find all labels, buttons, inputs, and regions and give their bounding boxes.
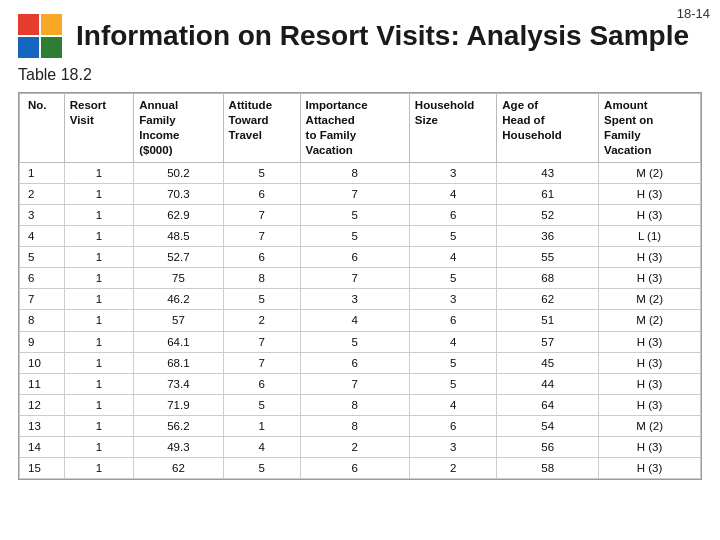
table-cell: 68 — [497, 268, 599, 289]
table-cell: 54 — [497, 415, 599, 436]
table-cell: 8 — [300, 162, 409, 183]
table-cell: 7 — [20, 289, 65, 310]
table-cell: 6 — [409, 204, 496, 225]
table-cell: 71.9 — [134, 394, 223, 415]
table-cell: 75 — [134, 268, 223, 289]
table-cell: 1 — [64, 247, 134, 268]
col-header-amount: AmountSpent onFamilyVacation — [599, 94, 701, 163]
table-cell: 12 — [20, 394, 65, 415]
table-cell: 1 — [64, 162, 134, 183]
table-cell: 9 — [20, 331, 65, 352]
table-cell: H (3) — [599, 458, 701, 479]
table-row: 617587568H (3) — [20, 268, 701, 289]
table-cell: 14 — [20, 436, 65, 457]
col-header-age: Age ofHead ofHousehold — [497, 94, 599, 163]
table-cell: 7 — [300, 183, 409, 204]
table-cell: 5 — [20, 247, 65, 268]
table-cell: 8 — [20, 310, 65, 331]
table-cell: 56 — [497, 436, 599, 457]
table-row: 12171.958464H (3) — [20, 394, 701, 415]
table-cell: 1 — [223, 415, 300, 436]
table-cell: 68.1 — [134, 352, 223, 373]
table-cell: 7 — [223, 331, 300, 352]
table-cell: 4 — [409, 183, 496, 204]
table-row: 14149.342356H (3) — [20, 436, 701, 457]
page-title: Information on Resort Visits: Analysis S… — [76, 21, 689, 52]
table-row: 815724651M (2) — [20, 310, 701, 331]
table-row: 10168.176545H (3) — [20, 352, 701, 373]
table-cell: 1 — [64, 268, 134, 289]
page-number: 18-14 — [677, 6, 710, 21]
table-cell: M (2) — [599, 289, 701, 310]
table-cell: 7 — [300, 268, 409, 289]
table-row: 1516256258H (3) — [20, 458, 701, 479]
table-cell: M (2) — [599, 162, 701, 183]
table-cell: 55 — [497, 247, 599, 268]
table-cell: 6 — [300, 247, 409, 268]
table-row: 3162.975652H (3) — [20, 204, 701, 225]
table-cell: 5 — [409, 352, 496, 373]
table-cell: 1 — [20, 162, 65, 183]
col-header-resort: ResortVisit — [64, 94, 134, 163]
table-cell: H (3) — [599, 352, 701, 373]
table-cell: 1 — [64, 352, 134, 373]
table-cell: 57 — [497, 331, 599, 352]
table-cell: 64.1 — [134, 331, 223, 352]
table-cell: L (1) — [599, 226, 701, 247]
table-cell: 1 — [64, 183, 134, 204]
col-header-no: No. — [20, 94, 65, 163]
table-cell: 62 — [497, 289, 599, 310]
table-cell: 4 — [300, 310, 409, 331]
svg-rect-1 — [41, 14, 62, 35]
col-header-importance: ImportanceAttachedto FamilyVacation — [300, 94, 409, 163]
table-cell: 48.5 — [134, 226, 223, 247]
table-cell: 36 — [497, 226, 599, 247]
table-cell: M (2) — [599, 310, 701, 331]
table-cell: 6 — [300, 352, 409, 373]
table-cell: 7 — [223, 352, 300, 373]
table-cell: 13 — [20, 415, 65, 436]
table-cell: 50.2 — [134, 162, 223, 183]
table-cell: 6 — [300, 458, 409, 479]
table-cell: 5 — [409, 226, 496, 247]
table-cell: 6 — [20, 268, 65, 289]
table-cell: 5 — [223, 162, 300, 183]
table-cell: 5 — [300, 204, 409, 225]
table-row: 13156.218654M (2) — [20, 415, 701, 436]
table-cell: 46.2 — [134, 289, 223, 310]
table-cell: H (3) — [599, 204, 701, 225]
table-cell: 4 — [20, 226, 65, 247]
table-cell: 5 — [300, 226, 409, 247]
table-row: 5152.766455H (3) — [20, 247, 701, 268]
table-cell: 6 — [223, 373, 300, 394]
col-header-household: HouseholdSize — [409, 94, 496, 163]
table-row: 11173.467544H (3) — [20, 373, 701, 394]
table-cell: 2 — [20, 183, 65, 204]
table-cell: 5 — [223, 289, 300, 310]
table-cell: 8 — [300, 415, 409, 436]
table-row: 1150.258343M (2) — [20, 162, 701, 183]
table-cell: 4 — [409, 394, 496, 415]
table-cell: 6 — [409, 415, 496, 436]
table-row: 9164.175457H (3) — [20, 331, 701, 352]
table-cell: 15 — [20, 458, 65, 479]
table-cell: 6 — [223, 247, 300, 268]
table-cell: 73.4 — [134, 373, 223, 394]
table-cell: 1 — [64, 289, 134, 310]
table-cell: 45 — [497, 352, 599, 373]
table-cell: 70.3 — [134, 183, 223, 204]
table-cell: H (3) — [599, 436, 701, 457]
table-row: 7146.253362M (2) — [20, 289, 701, 310]
table-cell: 1 — [64, 331, 134, 352]
col-header-attitude: AttitudeTowardTravel — [223, 94, 300, 163]
table-cell: 3 — [20, 204, 65, 225]
table-cell: 8 — [300, 394, 409, 415]
table-subtitle: Table 18.2 — [18, 66, 702, 84]
table-cell: 43 — [497, 162, 599, 183]
table-cell: 1 — [64, 310, 134, 331]
table-cell: 7 — [300, 373, 409, 394]
table-cell: 4 — [223, 436, 300, 457]
table-cell: 6 — [223, 183, 300, 204]
table-cell: 52 — [497, 204, 599, 225]
table-cell: 52.7 — [134, 247, 223, 268]
